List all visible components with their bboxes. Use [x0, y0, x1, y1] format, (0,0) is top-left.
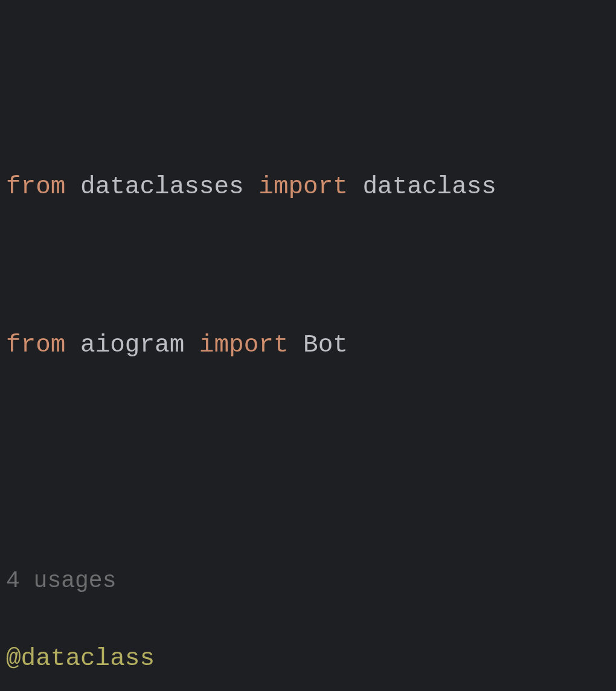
keyword-from: from [6, 173, 65, 201]
module-aiogram: aiogram [65, 331, 199, 359]
module-dataclasses: dataclasses [65, 173, 258, 201]
empty-line [0, 484, 616, 523]
keyword-from: from [6, 331, 65, 359]
decorator-dataclass: @dataclass [0, 639, 616, 679]
name-bot: Bot [288, 331, 347, 359]
keyword-import: import [258, 173, 348, 201]
code-line-import-1: from dataclasses import dataclass [0, 167, 616, 207]
empty-line [0, 247, 616, 286]
code-line-import-2: from aiogram import Bot [0, 326, 616, 365]
empty-line [0, 405, 616, 444]
keyword-import: import [199, 331, 289, 359]
name-dataclass: dataclass [348, 173, 496, 201]
usage-hint[interactable]: 4 usages [0, 563, 616, 600]
code-editor[interactable]: from dataclasses import dataclass from a… [0, 167, 616, 691]
